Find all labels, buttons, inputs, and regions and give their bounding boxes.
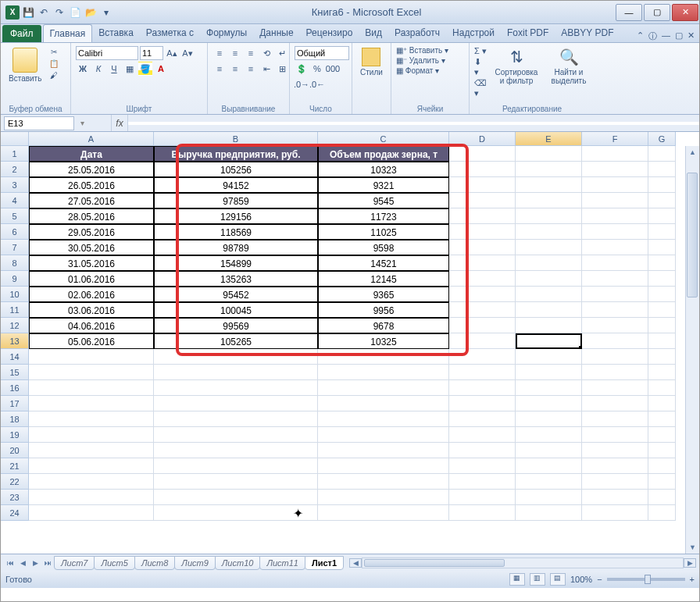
font-size-select[interactable]: [140, 46, 163, 60]
cell[interactable]: 97859: [154, 193, 318, 208]
cell[interactable]: [29, 365, 154, 380]
italic-button[interactable]: К: [91, 62, 105, 76]
number-format-select[interactable]: [295, 46, 349, 60]
cell[interactable]: 9321: [318, 177, 449, 193]
cell[interactable]: [449, 349, 516, 365]
column-header[interactable]: B: [154, 132, 318, 146]
cell[interactable]: [318, 365, 449, 380]
cell[interactable]: 94152: [154, 177, 318, 193]
font-name-select[interactable]: [76, 46, 138, 60]
ribbon-tab[interactable]: Рецензиро: [300, 24, 359, 42]
cell[interactable]: [449, 396, 516, 411]
cell[interactable]: [582, 287, 648, 302]
cut-icon[interactable]: ✂: [48, 46, 60, 57]
ribbon-tab[interactable]: Формулы: [200, 24, 253, 42]
cell[interactable]: [29, 474, 154, 490]
cell[interactable]: 9365: [318, 287, 449, 302]
cell[interactable]: [516, 474, 582, 490]
cell[interactable]: [449, 240, 516, 255]
row-header[interactable]: 15: [1, 365, 29, 380]
cell[interactable]: [449, 318, 516, 333]
minimize-ribbon-icon[interactable]: ⌃: [637, 30, 644, 42]
column-header[interactable]: G: [648, 132, 676, 146]
cell[interactable]: [582, 208, 648, 224]
qat-dropdown-icon[interactable]: ▾: [99, 5, 113, 20]
cell[interactable]: 95452: [154, 287, 318, 302]
cell[interactable]: [648, 427, 676, 443]
cell[interactable]: [648, 240, 676, 255]
cell[interactable]: [318, 443, 449, 458]
cell[interactable]: 27.05.2016: [29, 193, 154, 208]
cell[interactable]: [516, 287, 582, 302]
cell[interactable]: [516, 427, 582, 443]
sheet-prev-icon[interactable]: ◀: [16, 557, 29, 569]
cell[interactable]: [318, 411, 449, 427]
cell[interactable]: [582, 146, 648, 162]
cell[interactable]: [154, 365, 318, 380]
cell[interactable]: [648, 505, 676, 521]
cell[interactable]: [449, 287, 516, 302]
cell[interactable]: [582, 365, 648, 380]
cell[interactable]: [516, 302, 582, 318]
ribbon-tab[interactable]: Вставка: [92, 24, 140, 42]
sort-filter-button[interactable]: ⇅ Сортировка и фильтр: [490, 46, 543, 87]
paste-button[interactable]: Вставить: [5, 46, 45, 84]
cell[interactable]: [582, 224, 648, 240]
row-header[interactable]: 1: [1, 146, 29, 162]
sheet-tab[interactable]: Лист11: [259, 556, 305, 570]
save-icon[interactable]: 💾: [21, 5, 35, 20]
cell[interactable]: [582, 396, 648, 411]
cell[interactable]: [318, 349, 449, 365]
cell[interactable]: 01.06.2016: [29, 271, 154, 287]
cell[interactable]: [648, 302, 676, 318]
column-header[interactable]: A: [29, 132, 154, 146]
cell[interactable]: [516, 146, 582, 162]
cell[interactable]: [29, 427, 154, 443]
cell[interactable]: [318, 380, 449, 396]
cell[interactable]: [154, 427, 318, 443]
decimal-decrease-icon[interactable]: .0←: [310, 77, 324, 91]
cell[interactable]: [449, 411, 516, 427]
cell[interactable]: [318, 458, 449, 474]
cell[interactable]: Дата: [29, 146, 154, 162]
cell[interactable]: [582, 427, 648, 443]
cell[interactable]: 9598: [318, 240, 449, 255]
cell[interactable]: 11723: [318, 208, 449, 224]
name-box[interactable]: [4, 116, 74, 130]
cell[interactable]: [582, 302, 648, 318]
view-pagebreak-icon[interactable]: ▤: [550, 573, 566, 586]
cell[interactable]: [154, 490, 318, 505]
cell[interactable]: 9956: [318, 302, 449, 318]
cell[interactable]: [449, 162, 516, 177]
row-header[interactable]: 11: [1, 302, 29, 318]
cell[interactable]: [648, 490, 676, 505]
cell[interactable]: [648, 224, 676, 240]
cell[interactable]: 100045: [154, 302, 318, 318]
cell[interactable]: [516, 396, 582, 411]
cell[interactable]: 99569: [154, 318, 318, 333]
cell[interactable]: 05.06.2016: [29, 333, 154, 349]
row-header[interactable]: 23: [1, 490, 29, 505]
vertical-scrollbar[interactable]: ▲ ▼: [685, 146, 699, 554]
cell[interactable]: 10323: [318, 162, 449, 177]
cell[interactable]: [449, 255, 516, 271]
row-header[interactable]: 10: [1, 287, 29, 302]
zoom-in-icon[interactable]: +: [690, 575, 695, 584]
cell[interactable]: [582, 318, 648, 333]
cell[interactable]: [582, 240, 648, 255]
doc-close-icon[interactable]: ✕: [688, 30, 695, 42]
ribbon-tab[interactable]: Надстрой: [446, 24, 501, 42]
view-layout-icon[interactable]: ▥: [530, 573, 545, 586]
styles-button[interactable]: Стили: [357, 46, 386, 78]
cell[interactable]: [516, 224, 582, 240]
cell[interactable]: [449, 427, 516, 443]
cell[interactable]: [582, 411, 648, 427]
cell[interactable]: [582, 490, 648, 505]
name-box-dropdown-icon[interactable]: ▾: [77, 119, 88, 127]
cell[interactable]: [154, 505, 318, 521]
align-right-icon[interactable]: ≡: [244, 62, 258, 76]
cell[interactable]: [154, 474, 318, 490]
redo-icon[interactable]: ↷: [52, 5, 66, 20]
cell[interactable]: [516, 162, 582, 177]
sheet-tab[interactable]: Лист10: [215, 556, 261, 570]
